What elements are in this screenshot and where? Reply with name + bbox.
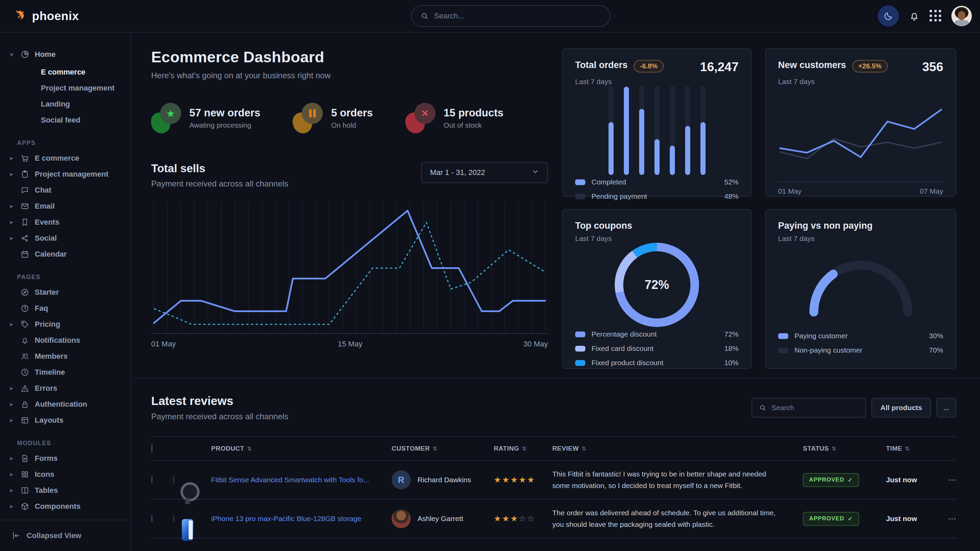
table-row (151, 538, 956, 551)
all-products-button[interactable]: All products (871, 398, 931, 418)
sidebar-item-members[interactable]: ▸Members (0, 348, 130, 364)
sidebar-item-chat[interactable]: ▸Chat (0, 182, 130, 198)
legend-completed: Completed 52% (575, 175, 738, 189)
col-product[interactable]: PRODUCT⇅ (211, 445, 391, 452)
reviews-search-input[interactable] (771, 403, 858, 412)
select-all-checkbox[interactable] (151, 444, 153, 453)
sidebar-item-e-commerce[interactable]: E commerce (0, 64, 130, 80)
sidebar-item-landing[interactable]: Landing (0, 96, 130, 112)
sidebar-item-social-feed[interactable]: Social feed (0, 112, 130, 128)
sidebar-item-home[interactable]: ▾ Home (0, 46, 130, 63)
bell-icon (21, 336, 29, 345)
user-avatar[interactable] (951, 6, 972, 26)
paying-title: Paying vs non paying (778, 221, 873, 231)
caret-right-icon: ▸ (10, 203, 15, 209)
sidebar-item-faq[interactable]: ▸Faq (0, 300, 130, 316)
tableicon-icon (21, 486, 29, 495)
sidebar-nav: ▾ Home E commerceProject managementLandi… (0, 33, 131, 551)
theme-toggle-button[interactable] (878, 5, 899, 27)
top-coupons-title: Top coupons (575, 221, 632, 231)
donut-center-label: 72% (615, 243, 699, 327)
total-orders-card: Total orders -6.8% 16,247 Last 7 days Co… (562, 48, 751, 197)
search-icon (759, 404, 767, 411)
customer-name: Ashley Garrett (417, 514, 463, 523)
sidebar-item-e-commerce[interactable]: ▸E commerce (0, 150, 130, 166)
sidebar-item-forms[interactable]: ▸Forms (0, 450, 130, 466)
sort-icon: ⇅ (582, 446, 586, 452)
sidebar-item-pricing[interactable]: ▸Pricing (0, 316, 130, 332)
sidebar-item-components[interactable]: ▸Components (0, 498, 130, 514)
sidebar-item-authentication[interactable]: ▸Authentication (0, 396, 130, 412)
stat-on-hold: 5 ordersOn hold (293, 103, 372, 133)
sidebar-item-layouts[interactable]: ▸Layouts (0, 412, 130, 428)
status-badge: APPROVED ✓ (803, 473, 859, 487)
sidebar-item-calendar[interactable]: ▸Calendar (0, 246, 130, 262)
latest-reviews-section: Latest reviews Payment received across a… (151, 378, 956, 551)
sidebar-item-project-management[interactable]: Project management (0, 80, 130, 96)
caret-right-icon: ▸ (10, 401, 15, 407)
sidebar-item-icons[interactable]: ▸Icons (0, 466, 130, 482)
order-bar (685, 86, 690, 175)
row-checkbox[interactable] (151, 476, 153, 483)
customer-avatar: R (391, 470, 410, 489)
product-link[interactable]: Fitbit Sense Advanced Smartwatch with To… (211, 476, 369, 484)
col-customer[interactable]: CUSTOMER⇅ (391, 445, 494, 452)
global-search[interactable] (411, 5, 611, 27)
col-time[interactable]: TIME⇅ (886, 445, 937, 452)
coupons-donut-chart: 72% (615, 243, 699, 327)
layout-icon (21, 416, 29, 425)
cart-icon (21, 154, 29, 163)
alert-icon (21, 384, 29, 393)
brand-name: phoenix (32, 9, 79, 23)
legend-paying: Paying customer 30% (778, 329, 943, 343)
sidebar-item-tables[interactable]: ▸Tables (0, 482, 130, 498)
total-orders-title: Total orders (575, 60, 628, 70)
sidebar-item-project-management[interactable]: ▸Project management (0, 166, 130, 182)
calendar-icon (21, 250, 29, 259)
total-sells-title: Total sells (151, 162, 288, 175)
sidebar-item-email[interactable]: ▸Email (0, 198, 130, 214)
sort-icon: ⇅ (247, 446, 251, 452)
review-text: The order was delivered ahead of schedul… (552, 507, 803, 530)
date-range-select[interactable]: Mar 1 - 31, 2022 (421, 162, 548, 183)
sidebar-section-apps: APPS (0, 140, 130, 147)
orders-bar-chart (608, 86, 706, 175)
row-more-button[interactable]: ⋯ (937, 475, 956, 484)
new-customers-chart (778, 97, 943, 178)
legend-percentage-discount: Percentage discount 72% (575, 327, 738, 341)
sidebar-item-events[interactable]: ▸Events (0, 214, 130, 230)
product-link[interactable]: iPhone 13 pro max-Pacific Blue-128GB sto… (211, 514, 361, 522)
legend-fixed-product-discount: Fixed product discount 10% (575, 356, 738, 370)
product-thumbnail[interactable] (173, 476, 174, 483)
new-customers-badge: +26.5% (852, 60, 888, 73)
check-icon: ✓ (848, 515, 853, 522)
col-rating[interactable]: RATING⇅ (494, 445, 552, 452)
top-navbar: phoenix (0, 0, 980, 33)
product-thumbnail[interactable] (173, 515, 174, 522)
sidebar-item-social[interactable]: ▸Social (0, 230, 130, 246)
col-review[interactable]: REVIEW⇅ (552, 445, 803, 452)
paying-gauge-chart (805, 254, 917, 317)
sidebar-item-notifications[interactable]: ▸Notifications (0, 332, 130, 348)
row-checkbox[interactable] (151, 515, 153, 522)
apps-menu-button[interactable] (930, 10, 942, 22)
col-status[interactable]: STATUS⇅ (803, 445, 886, 452)
sidebar-item-starter[interactable]: ▸Starter (0, 284, 130, 300)
reviews-more-button[interactable]: ... (936, 398, 956, 418)
table-header: PRODUCT⇅ CUSTOMER⇅ RATING⇅ REVIEW⇅ STATU… (151, 436, 956, 461)
reviews-search[interactable] (751, 398, 866, 418)
lock-icon (21, 400, 29, 409)
global-search-input[interactable] (434, 11, 601, 21)
notifications-button[interactable] (908, 10, 920, 22)
sidebar-item-timeline[interactable]: ▸Timeline (0, 364, 130, 380)
mail-icon (21, 202, 29, 211)
row-more-button[interactable]: ⋯ (937, 514, 956, 524)
caret-right-icon: ▸ (10, 455, 15, 462)
bookmark-icon (21, 218, 29, 227)
collapsed-view-toggle[interactable]: Collapsed View (0, 520, 130, 551)
paying-card: Paying vs non paying Last 7 days Paying … (765, 209, 956, 369)
stat-out-of-stock: ✕ 15 productsOut of stock (406, 103, 504, 133)
x-tick-30may: 30 May (523, 340, 548, 348)
sidebar-item-errors[interactable]: ▸Errors (0, 380, 130, 396)
brand-logo[interactable]: phoenix (13, 8, 79, 24)
